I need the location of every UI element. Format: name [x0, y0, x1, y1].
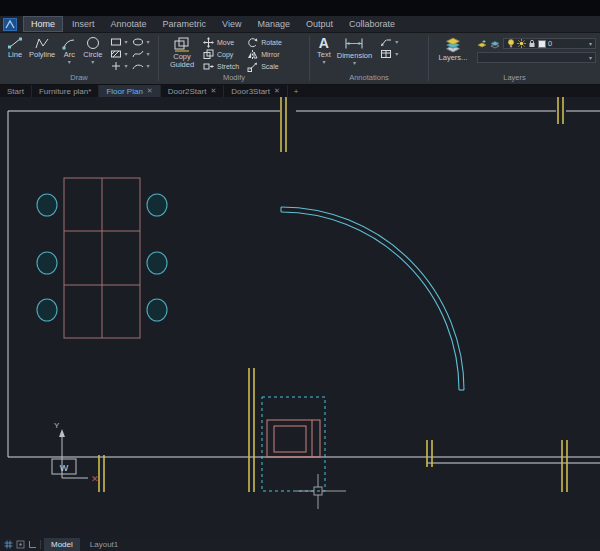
statusbar: Model Layout1	[0, 538, 600, 551]
statusbar-separator	[40, 540, 41, 549]
doc-tab-door2start[interactable]: Door2Start ✕	[161, 85, 225, 97]
ortho-icon[interactable]	[28, 540, 37, 549]
snap-icon[interactable]	[16, 540, 25, 549]
arc-extra-dropdown-icon[interactable]: ▾	[146, 63, 149, 69]
stretch-button[interactable]: Stretch	[201, 60, 241, 72]
ribbon-tab-insert[interactable]: Insert	[65, 17, 102, 31]
ribbon-tab-parametric[interactable]: Parametric	[156, 17, 214, 31]
mirror-label: Mirror	[261, 51, 279, 58]
spline-dropdown-icon[interactable]: ▾	[146, 51, 149, 57]
wall-lines[interactable]	[8, 111, 600, 463]
doc-tab-start[interactable]: Start	[0, 85, 32, 97]
layers-manager-button[interactable]: Layers...	[433, 36, 473, 62]
drawing-canvas[interactable]: Y ✕ W	[0, 97, 600, 538]
scale-button[interactable]: Scale	[245, 60, 284, 72]
point-button[interactable]: ▾	[110, 61, 127, 71]
layer-state-dropdown[interactable]: ▾	[477, 52, 596, 63]
doc-tab-floor-plan[interactable]: Floor Plan ✕	[99, 85, 160, 97]
table-dropdown-icon[interactable]: ▾	[395, 51, 398, 57]
point-icon	[110, 61, 122, 71]
new-document-tab-button[interactable]: +	[288, 85, 305, 97]
ribbon-tab-output[interactable]: Output	[299, 17, 340, 31]
chair[interactable]	[147, 194, 167, 216]
dimension-dropdown-icon[interactable]: ▾	[353, 60, 356, 66]
text-button[interactable]: A Text ▾	[314, 36, 334, 65]
copy-icon	[203, 49, 214, 60]
panel-layers-body: Layers...	[429, 33, 600, 73]
chair[interactable]	[37, 252, 57, 274]
close-tab-icon[interactable]: ✕	[210, 87, 216, 95]
hatch-dropdown-icon[interactable]: ▾	[124, 51, 127, 57]
arc-extra-button[interactable]: ▾	[132, 61, 149, 71]
leader-dropdown-icon[interactable]: ▾	[395, 39, 398, 45]
rotate-button[interactable]: Rotate	[245, 36, 284, 48]
copy-guided-button[interactable]: Copy Guided	[163, 36, 201, 69]
layer-color-swatch[interactable]	[538, 40, 546, 48]
point-dropdown-icon[interactable]: ▾	[124, 63, 127, 69]
text-dropdown-icon[interactable]: ▾	[322, 59, 325, 65]
mirror-button[interactable]: Mirror	[245, 48, 284, 60]
selected-door-block[interactable]	[267, 420, 320, 457]
leader-button[interactable]: ▾	[378, 36, 400, 48]
move-button[interactable]: Move	[201, 36, 241, 48]
circle-dropdown-icon[interactable]: ▾	[91, 59, 94, 65]
circle-button[interactable]: Circle ▾	[80, 36, 105, 65]
ribbon-tab-view[interactable]: View	[215, 17, 248, 31]
polyline-button[interactable]: Polyline	[26, 36, 58, 59]
layer-select-dropdown[interactable]: 0 ▾	[503, 38, 596, 49]
panel-draw: Line Polyline Arc ▾ Circle	[0, 33, 158, 84]
ribbon-tab-collaborate[interactable]: Collaborate	[342, 17, 402, 31]
rectangle-button[interactable]: ▾	[110, 37, 127, 47]
chair[interactable]	[147, 299, 167, 321]
bulb-icon[interactable]	[507, 39, 515, 48]
layer-state-icon[interactable]	[490, 39, 500, 49]
selection-marquee[interactable]	[262, 397, 325, 491]
panel-annotations: A Text ▾ Dimension ▾ ▾	[310, 33, 428, 84]
arc-button[interactable]: Arc ▾	[58, 36, 80, 65]
model-tab[interactable]: Model	[44, 538, 80, 551]
ribbon-tab-home[interactable]: Home	[23, 16, 63, 32]
arc-dropdown-icon[interactable]: ▾	[68, 59, 71, 65]
table-button[interactable]: ▾	[378, 48, 400, 60]
ucs-y-label: Y	[54, 421, 60, 430]
layer-dropdown-icon[interactable]: ▾	[589, 41, 592, 47]
grid-icon[interactable]	[4, 540, 13, 549]
close-tab-icon[interactable]: ✕	[274, 87, 280, 95]
ucs-w-label: W	[60, 463, 69, 473]
app-logo-icon[interactable]	[3, 18, 17, 31]
lock-icon[interactable]	[528, 39, 536, 48]
doc-tab-furniture-plan[interactable]: Furniture plan*	[32, 85, 99, 97]
ellipse-dropdown-icon[interactable]: ▾	[146, 39, 149, 45]
panel-modify-body: Copy Guided Move Copy	[159, 33, 309, 73]
ribbon-tab-annotate[interactable]: Annotate	[104, 17, 154, 31]
copy-button[interactable]: Copy	[201, 48, 241, 60]
chair[interactable]	[147, 252, 167, 274]
chair[interactable]	[37, 194, 57, 216]
wall-columns[interactable]	[99, 97, 567, 492]
hatch-button[interactable]: ▾	[110, 49, 127, 59]
layout1-tab[interactable]: Layout1	[83, 538, 125, 551]
copy-guided-icon	[173, 36, 191, 52]
line-button[interactable]: Line	[4, 36, 26, 59]
spline-button[interactable]: ▾	[132, 49, 149, 59]
layer-state-dropdown-icon[interactable]: ▾	[589, 55, 592, 61]
layers-panel-label: Layers	[429, 73, 600, 84]
close-tab-icon[interactable]: ✕	[147, 87, 153, 95]
move-icon	[203, 37, 214, 48]
panel-layers: Layers...	[429, 33, 600, 84]
ucs-icon: Y ✕ W	[52, 421, 99, 484]
rectangle-dropdown-icon[interactable]: ▾	[124, 39, 127, 45]
sun-icon[interactable]	[517, 39, 526, 48]
circle-label: Circle	[83, 51, 102, 59]
dining-table[interactable]	[64, 178, 140, 338]
chair[interactable]	[37, 299, 57, 321]
door-swing-arc[interactable]	[281, 207, 464, 390]
document-tab-bar: Start Furniture plan* Floor Plan ✕ Door2…	[0, 85, 600, 97]
ribbon-tab-manage[interactable]: Manage	[250, 17, 297, 31]
ellipse-button[interactable]: ▾	[132, 37, 149, 47]
doc-tab-door3start[interactable]: Door3Start ✕	[224, 85, 288, 97]
modify-column-2: Rotate Mirror Scale	[245, 36, 284, 72]
dimension-button[interactable]: Dimension ▾	[334, 36, 375, 66]
layers-controls: 0 ▾ ▾	[477, 38, 596, 63]
new-layer-icon[interactable]	[477, 39, 487, 49]
